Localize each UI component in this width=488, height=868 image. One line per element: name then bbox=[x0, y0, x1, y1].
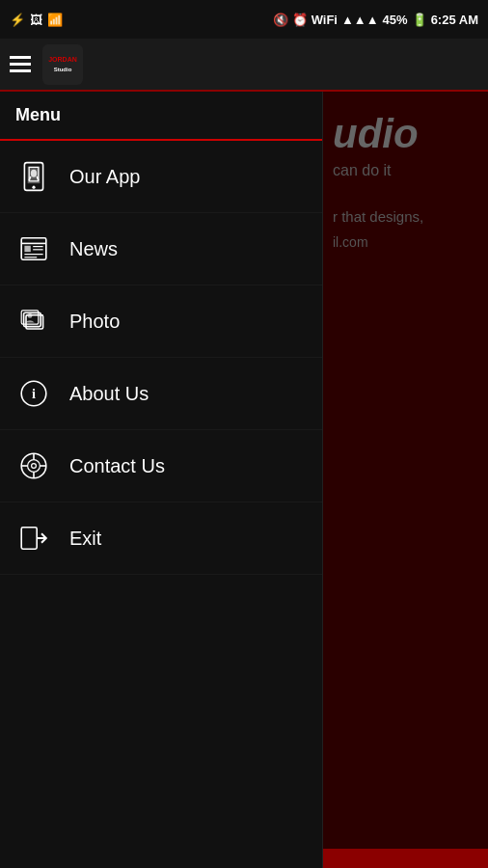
right-content: udio can do it r that designs, il.com bbox=[323, 92, 488, 269]
menu-header: Menu bbox=[0, 92, 322, 141]
sidebar-item-exit-label: Exit bbox=[69, 528, 101, 550]
mute-icon: 🔇 bbox=[273, 13, 288, 27]
sidebar-item-contact-us-label: Contact Us bbox=[69, 455, 165, 477]
right-subtitle: can do it bbox=[333, 162, 478, 179]
info-icon: i bbox=[15, 375, 52, 412]
alarm-icon: ⏰ bbox=[292, 13, 308, 27]
sidebar-item-exit[interactable]: Exit bbox=[0, 502, 322, 575]
right-email: il.com bbox=[333, 234, 478, 250]
svg-point-3 bbox=[32, 186, 35, 189]
svg-point-4 bbox=[31, 170, 37, 177]
contact-icon bbox=[15, 448, 52, 484]
wifi-signal-icon: 📶 bbox=[47, 13, 63, 27]
hamburger-menu-button[interactable] bbox=[10, 56, 31, 72]
right-title: udio bbox=[333, 111, 478, 157]
status-left-icons: ⚡ 🖼 📶 bbox=[10, 13, 63, 27]
battery-percent: 45% bbox=[383, 13, 408, 27]
status-right-icons: 🔇 ⏰ WiFi ▲▲▲ 45% 🔋 6:25 AM bbox=[273, 13, 478, 27]
clock: 6:25 AM bbox=[431, 13, 478, 27]
svg-rect-27 bbox=[21, 528, 37, 549]
sidebar-item-news-label: News bbox=[69, 238, 118, 260]
battery-icon: 🔋 bbox=[412, 13, 427, 27]
menu-list: Our App News bbox=[0, 141, 322, 575]
svg-text:i: i bbox=[32, 386, 36, 401]
sidebar-item-photo[interactable]: Photo bbox=[0, 285, 322, 358]
svg-rect-9 bbox=[24, 246, 30, 252]
sidebar-drawer: Menu Our App bbox=[0, 92, 323, 868]
sidebar-item-our-app-label: Our App bbox=[69, 166, 140, 188]
right-panel: udio can do it r that designs, il.com bbox=[323, 92, 488, 868]
sidebar-item-about-us[interactable]: i About Us bbox=[0, 358, 322, 430]
sidebar-item-photo-label: Photo bbox=[69, 311, 120, 333]
app-logo: JORDAN Studio bbox=[42, 44, 83, 85]
sidebar-item-about-us-label: About Us bbox=[69, 383, 149, 405]
signal-icon: ▲▲▲ bbox=[341, 13, 379, 27]
news-icon bbox=[15, 231, 52, 267]
svg-point-22 bbox=[32, 464, 37, 469]
usb-icon: ⚡ bbox=[10, 13, 25, 27]
sidebar-item-news[interactable]: News bbox=[0, 213, 322, 285]
svg-point-17 bbox=[28, 313, 33, 318]
wifi-icon: WiFi bbox=[312, 13, 338, 27]
svg-point-21 bbox=[28, 460, 41, 473]
image-icon: 🖼 bbox=[30, 13, 42, 27]
photo-icon bbox=[15, 303, 52, 339]
exit-icon bbox=[15, 520, 52, 556]
logo-text: JORDAN Studio bbox=[48, 55, 77, 73]
app-header: JORDAN Studio bbox=[0, 39, 488, 92]
sidebar-item-our-app[interactable]: Our App bbox=[0, 141, 322, 213]
right-text1: r that designs, bbox=[333, 208, 478, 225]
sidebar-item-contact-us[interactable]: Contact Us bbox=[0, 430, 322, 502]
right-bottom-strip bbox=[323, 849, 488, 868]
status-bar: ⚡ 🖼 📶 🔇 ⏰ WiFi ▲▲▲ 45% 🔋 6:25 AM bbox=[0, 0, 488, 39]
main-layout: Menu Our App bbox=[0, 92, 488, 868]
phone-icon bbox=[15, 158, 52, 195]
